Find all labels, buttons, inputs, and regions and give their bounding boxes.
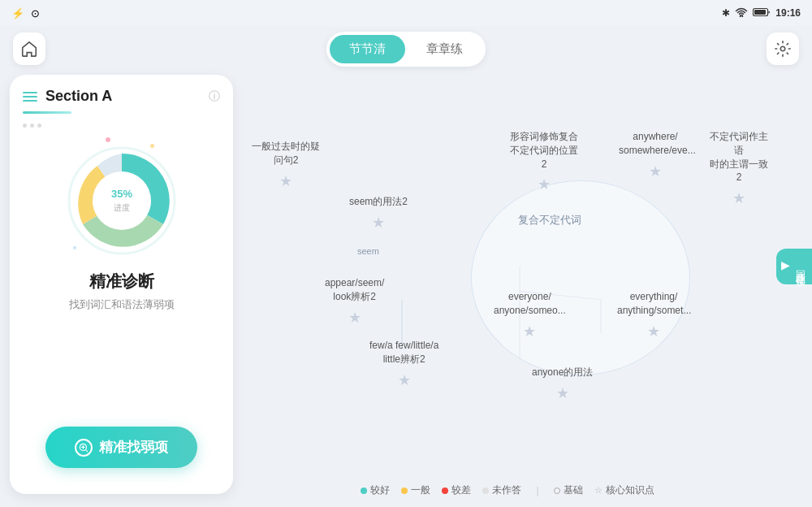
legend-poor-label: 较差	[451, 483, 471, 497]
bluetooth-icon: ✱	[722, 7, 730, 19]
node-everything-star: ★	[647, 323, 660, 340]
legend-unanswered-label: 未作答	[492, 483, 521, 497]
find-btn-label: 精准找弱项	[99, 438, 168, 457]
node-anyone-usage[interactable]: anyone的用法 ★	[532, 366, 593, 402]
node-subject-verb-label: 不定代词作主语时的主谓一致 2	[706, 130, 771, 184]
svg-text:35%: 35%	[110, 188, 132, 200]
legend-core-label: 核心知识点	[606, 483, 654, 497]
diagnosis-title: 精准诊断	[89, 271, 154, 292]
main-area: 节节清 章章练 Section A ⓘ	[0, 26, 812, 507]
node-past-tense-label: 一般过去时的疑问句2	[252, 140, 320, 167]
node-few-label: few/a few/little/alittle辨析2	[369, 339, 438, 366]
legend-basic: 基础	[554, 483, 583, 497]
legend: 较好 一般 较差 未作答 | 基础 ☆ 核心知识点	[244, 483, 771, 497]
pie-chart: 35% 进度	[65, 144, 179, 258]
legend-core: ☆ 核心知识点	[594, 483, 654, 497]
node-subject-verb[interactable]: 不定代词作主语时的主谓一致 2 ★	[706, 130, 771, 207]
status-bar: ⚡ ⊙ ✱ 19:16	[0, 0, 812, 26]
node-appear-seem[interactable]: appear/seem/look辨析2 ★	[325, 276, 384, 327]
legend-average: 一般	[401, 483, 430, 497]
top-nav: 节节清 章章练	[0, 26, 812, 72]
node-seem-usage-star: ★	[372, 214, 385, 232]
status-bar-left: ⚡ ⊙	[11, 7, 40, 20]
tab-zhanglian[interactable]: 章章练	[407, 35, 482, 63]
find-weakness-button[interactable]: 精准找弱项	[45, 427, 197, 468]
node-seem-usage[interactable]: seem的用法2 ★	[349, 195, 408, 232]
legend-star-icon: ☆	[594, 485, 603, 496]
time-display: 19:16	[775, 7, 801, 19]
sync-button[interactable]: ▶ 同步基础课	[776, 249, 812, 284]
tab-jiejieqing[interactable]: 节节清	[330, 35, 405, 63]
compound-pronoun-cluster	[471, 180, 690, 375]
knowledge-map: 一般过去时的疑问句2 ★ seem的用法2 ★ seem appear/seem…	[244, 75, 771, 474]
node-compound-pronoun-title: 复合不定代词	[518, 213, 581, 232]
settings-button[interactable]	[767, 32, 799, 65]
menu-icon[interactable]	[23, 92, 37, 102]
chart-container: 35% 进度	[65, 144, 179, 258]
node-seem[interactable]: seem	[357, 245, 379, 262]
legend-unanswered: 未作答	[482, 483, 521, 497]
node-few-star: ★	[398, 371, 411, 389]
node-past-tense[interactable]: 一般过去时的疑问句2 ★	[252, 140, 320, 190]
legend-divider: |	[536, 485, 538, 496]
node-adj-position[interactable]: 形容词修饰复合不定代词的位置2 ★	[508, 130, 581, 193]
sidebar-header: Section A ⓘ	[10, 75, 233, 105]
node-everyone[interactable]: everyone/anyone/someo... ★	[494, 290, 566, 340]
legend-unanswered-dot	[482, 488, 489, 494]
node-appear-seem-label: appear/seem/look辨析2	[325, 276, 384, 304]
node-everything-label: everything/anything/somet...	[617, 290, 690, 318]
svg-text:进度: 进度	[114, 203, 130, 212]
legend-poor: 较差	[442, 483, 471, 497]
app-icon-1: ⚡	[11, 7, 24, 20]
tab-group: 节节清 章章练	[326, 32, 486, 67]
wifi-icon	[735, 7, 748, 20]
sidebar: Section A ⓘ	[10, 75, 233, 494]
find-btn-icon	[75, 439, 93, 457]
node-few[interactable]: few/a few/little/alittle辨析2 ★	[369, 339, 438, 389]
node-appear-seem-star: ★	[348, 309, 361, 327]
node-adj-position-star: ★	[538, 176, 551, 193]
node-seem-usage-label: seem的用法2	[349, 195, 408, 209]
legend-average-dot	[401, 488, 408, 494]
svg-point-2	[780, 46, 785, 51]
section-title: Section A	[45, 88, 201, 105]
dots-row	[10, 120, 233, 131]
legend-good-dot	[361, 488, 367, 494]
node-anywhere[interactable]: anywhere/somewhere/eve... ★	[619, 130, 692, 180]
node-everyone-star: ★	[523, 323, 536, 340]
svg-point-4	[93, 171, 151, 230]
node-anywhere-label: anywhere/somewhere/eve...	[619, 130, 692, 158]
sync-button-label: 同步基础课	[793, 262, 807, 271]
node-seem-label: seem	[357, 245, 379, 258]
node-past-tense-star: ★	[279, 172, 292, 190]
home-button[interactable]	[13, 32, 45, 65]
legend-good: 较好	[361, 483, 390, 497]
diagnosis-content: 35% 进度 精准诊断 找到词汇和语法薄弱项 精准找弱项	[10, 131, 233, 494]
node-anyone-usage-label: anyone的用法	[532, 366, 593, 379]
legend-basic-circle	[554, 488, 560, 494]
svg-rect-1	[754, 10, 766, 15]
node-subject-verb-star: ★	[732, 189, 745, 207]
node-everyone-label: everyone/anyone/someo...	[494, 290, 566, 318]
node-compound-title-label: 复合不定代词	[518, 213, 581, 228]
node-adj-position-label: 形容词修饰复合不定代词的位置2	[508, 130, 581, 171]
legend-basic-label: 基础	[564, 483, 583, 497]
app-icon-2: ⊙	[31, 7, 40, 20]
node-everything[interactable]: everything/anything/somet... ★	[617, 290, 690, 340]
diagnosis-subtitle: 找到词汇和语法薄弱项	[69, 297, 175, 312]
node-anywhere-star: ★	[649, 162, 662, 180]
section-underline	[23, 111, 71, 114]
info-icon[interactable]: ⓘ	[209, 89, 220, 104]
node-anyone-usage-star: ★	[556, 384, 569, 402]
legend-average-label: 一般	[411, 483, 430, 497]
status-bar-right: ✱ 19:16	[722, 7, 801, 20]
legend-good-label: 较好	[370, 483, 390, 497]
legend-poor-dot	[442, 488, 448, 494]
sync-play-icon: ▶	[781, 258, 790, 271]
battery-icon	[753, 7, 771, 20]
